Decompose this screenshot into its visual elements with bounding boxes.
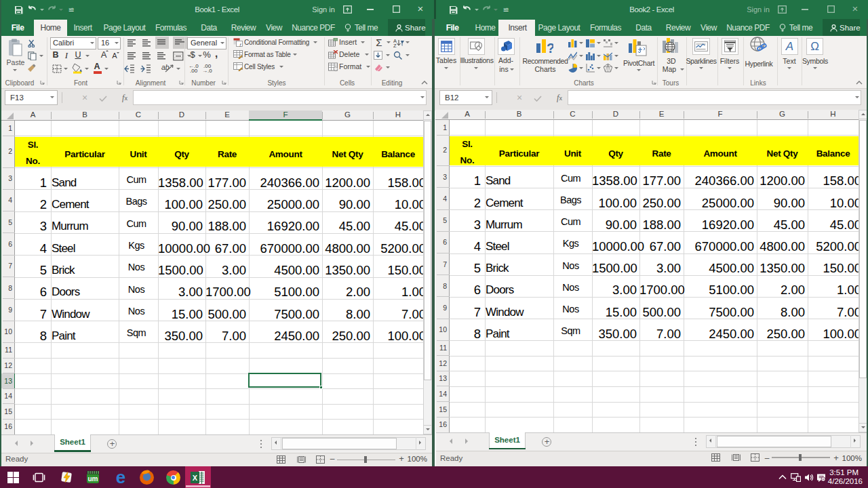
svg-text:Z: Z — [393, 43, 397, 47]
svg-text:→.0: →.0 — [202, 68, 212, 73]
svg-text:um: um — [88, 475, 98, 483]
svg-text:?: ? — [547, 41, 553, 56]
svg-text:X: X — [193, 474, 198, 482]
svg-text:.00: .00 — [190, 68, 198, 73]
svg-text:ƒ: ƒ — [239, 43, 241, 47]
